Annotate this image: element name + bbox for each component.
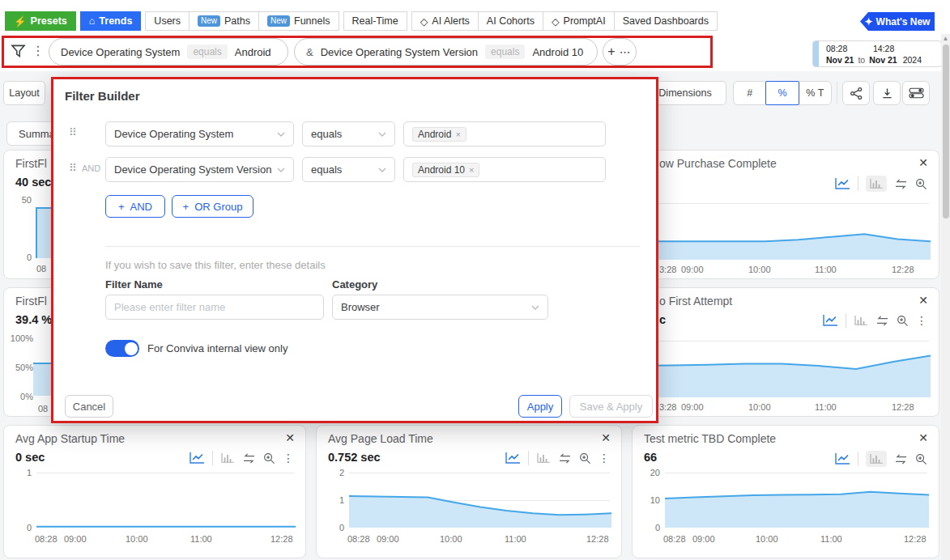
remove-chip-icon[interactable]: × — [455, 129, 460, 139]
tab-promptai[interactable]: ◇PromptAI — [543, 11, 615, 31]
tab-trends[interactable]: ⌂Trends — [80, 11, 142, 31]
unit-percent-t-option[interactable]: % T — [799, 82, 831, 104]
internal-view-toggle[interactable] — [105, 340, 139, 357]
apply-button[interactable]: Apply — [518, 395, 562, 418]
compare-icon[interactable] — [558, 453, 572, 464]
compare-icon[interactable] — [894, 179, 908, 189]
filter-pill-os-version[interactable]: & Device Operating System Version equals… — [294, 38, 598, 66]
date-range-picker[interactable]: 08:28 14:28 Nov 21 to Nov 21 2024 — [812, 40, 942, 67]
tab-saved-dashboards[interactable]: Saved Dashboards — [614, 11, 718, 31]
filter-kebab-icon[interactable]: ⋮ — [32, 43, 45, 58]
and-joiner-label: AND — [82, 163, 100, 173]
remove-chip-icon[interactable]: × — [469, 165, 474, 175]
unit-percent-option[interactable]: % — [765, 81, 799, 105]
operator-select-1[interactable]: equals — [302, 121, 395, 146]
close-icon[interactable]: ✕ — [285, 431, 295, 444]
bar-chart-icon[interactable] — [854, 315, 868, 326]
share-button[interactable] — [842, 81, 870, 105]
close-icon[interactable]: ✕ — [918, 156, 928, 169]
more-filters-icon[interactable]: ⋯ — [620, 45, 632, 58]
compare-icon[interactable] — [875, 316, 889, 326]
chevron-down-icon — [277, 132, 285, 137]
plus-icon[interactable]: + — [607, 45, 615, 59]
settings-button[interactable] — [902, 81, 930, 105]
filter-name-label: Filter Name — [105, 278, 163, 291]
drag-handle-icon[interactable]: ⠿ — [69, 126, 75, 138]
tab-presets[interactable]: ⚡Presets — [5, 11, 76, 31]
tab-ai-cohorts[interactable]: AI Cohorts — [478, 11, 543, 31]
icon-divider — [858, 176, 858, 191]
tab-label: AI Alerts — [432, 15, 470, 27]
value-chip: Android× — [412, 127, 466, 142]
zoom-icon[interactable] — [915, 453, 927, 465]
filter-funnel-icon[interactable] — [11, 44, 26, 62]
download-button[interactable] — [873, 81, 901, 105]
tab-label: Saved Dashboards — [623, 15, 709, 27]
close-icon[interactable]: ✕ — [918, 431, 928, 444]
card-value: 0.752 sec — [328, 451, 381, 464]
area-chart — [36, 473, 296, 528]
drag-handle-icon[interactable]: ⠿ — [69, 162, 75, 174]
unit-count-option[interactable]: # — [734, 82, 765, 104]
scrollbar-thumb[interactable] — [943, 45, 949, 218]
zoom-icon[interactable] — [579, 452, 591, 465]
tab-paths[interactable]: NewPaths — [189, 11, 259, 31]
area-chart — [349, 473, 611, 528]
bar-chart-icon[interactable] — [536, 452, 551, 464]
save-and-apply-button[interactable]: Save & Apply — [569, 395, 653, 418]
add-and-button[interactable]: +AND — [105, 195, 165, 218]
card-test-metric: Test metric TBD Complete 66 ✕ 20 10 0 08… — [632, 425, 939, 558]
chevron-down-icon — [378, 168, 386, 172]
y-tick: 20 — [634, 468, 660, 477]
operator-select-2[interactable]: equals — [302, 157, 395, 182]
filter-name-input[interactable] — [105, 295, 324, 320]
zoom-icon[interactable] — [897, 315, 909, 327]
card-page-load: Avg Page Load Time 0.752 sec ✕ ⋮ 2 1 0 0… — [316, 425, 622, 558]
scrollbar-up-arrow[interactable]: ▲ — [941, 35, 950, 42]
compare-icon[interactable] — [242, 453, 256, 464]
tab-ai-alerts[interactable]: ◇AI Alerts — [411, 11, 479, 31]
zoom-icon[interactable] — [263, 452, 275, 465]
line-chart-icon[interactable] — [505, 452, 521, 465]
layout-button[interactable]: Layout — [3, 81, 45, 105]
kebab-menu-icon[interactable]: ⋮ — [599, 452, 610, 465]
filter-pill-os[interactable]: Device Operating System equals Android — [49, 38, 288, 66]
new-badge: New — [198, 15, 220, 27]
kebab-menu-icon[interactable]: ⋮ — [283, 452, 294, 465]
kebab-menu-icon[interactable]: ⋮ — [916, 314, 927, 327]
line-chart-icon[interactable] — [189, 452, 205, 465]
tab-users[interactable]: Users — [145, 11, 190, 31]
x-tick: 11:00 — [820, 534, 842, 544]
zoom-icon[interactable] — [915, 178, 927, 190]
whats-new-button[interactable]: ✦What's New — [860, 12, 935, 31]
close-icon[interactable]: ✕ — [601, 431, 611, 444]
add-or-group-button[interactable]: +OR Group — [172, 195, 253, 218]
bar-chart-icon[interactable] — [220, 452, 235, 464]
tab-real-time[interactable]: Real-Time — [343, 11, 407, 31]
bar-chart-icon[interactable] — [866, 451, 887, 467]
summary-label: Summa — [19, 128, 55, 140]
tab-label: Trends — [99, 15, 132, 27]
field-select-1[interactable]: Device Operating System — [105, 121, 294, 146]
add-filter-button[interactable]: + ⋯ — [603, 38, 637, 66]
card-purchase-complete: ow Purchase Complete ✕ 3:28 09:00 10:00 … — [616, 150, 939, 279]
icon-divider — [528, 451, 529, 465]
close-icon[interactable]: ✕ — [918, 294, 928, 307]
value-input-1[interactable]: Android× — [403, 121, 606, 146]
compare-icon[interactable] — [894, 454, 908, 465]
date-times: 08:28 14:28 — [826, 44, 894, 53]
vertical-scrollbar[interactable]: ▲ — [941, 34, 950, 560]
field-select-2[interactable]: Device Operating System Version — [105, 157, 294, 182]
line-chart-icon[interactable] — [834, 177, 850, 190]
line-chart-icon[interactable] — [834, 452, 850, 465]
start-time: 08:28 — [826, 44, 863, 53]
tab-label: Funnels — [294, 15, 330, 27]
bar-chart-icon[interactable] — [866, 176, 887, 192]
category-select[interactable]: Browser — [332, 295, 548, 320]
filter-operator: equals — [187, 45, 227, 59]
cancel-button[interactable]: Cancel — [65, 395, 113, 418]
line-chart-icon[interactable] — [822, 314, 838, 327]
value-input-2[interactable]: Android 10× — [403, 157, 606, 182]
tab-funnels[interactable]: NewFunnels — [258, 11, 339, 31]
field-select-value: Device Operating System Version — [114, 163, 271, 176]
